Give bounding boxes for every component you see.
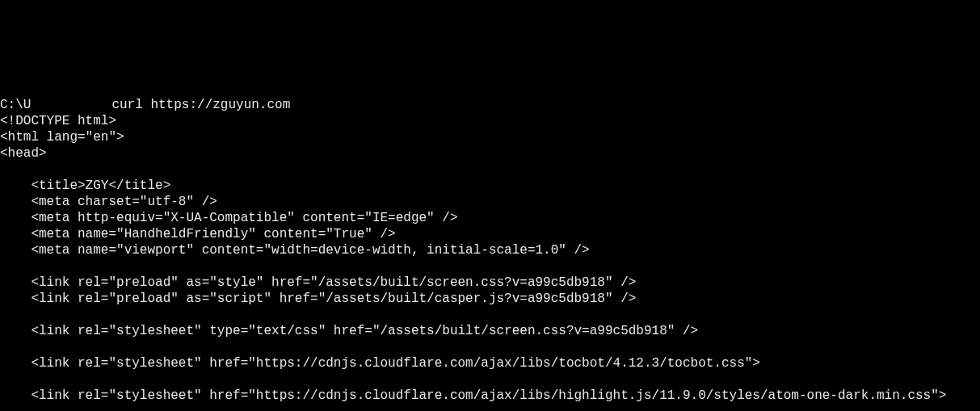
output-line: <html lang="en"> (0, 130, 124, 145)
redacted-path (31, 99, 111, 112)
output-line: <meta http-equiv="X-UA-Compatible" conte… (0, 211, 458, 225)
output-line: <link rel="stylesheet" type="text/css" h… (0, 324, 698, 338)
prompt-path-prefix: C:\U (0, 98, 31, 112)
output-line: <title>ZGY</title> (0, 178, 170, 193)
output-line: <link rel="preload" as="script" href="/a… (0, 291, 636, 306)
output-line: <link rel="preload" as="style" href="/as… (0, 275, 636, 290)
output-line: <meta name="HandheldFriendly" content="T… (0, 227, 396, 241)
output-line: <!DOCTYPE html> (0, 114, 116, 128)
terminal-output[interactable]: C:\Ucurl https://zguyun.com <!DOCTYPE ht… (0, 81, 980, 411)
prompt-command: curl https://zguyun.com (111, 98, 290, 112)
output-line: <link rel="stylesheet" href="https://cdn… (0, 356, 760, 371)
output-line: <link rel="stylesheet" href="https://cdn… (0, 388, 946, 403)
output-line: <meta charset="utf-8" /> (0, 195, 217, 209)
output-line: <meta name="viewport" content="width=dev… (0, 243, 590, 258)
output-line: <head> (0, 146, 47, 161)
prompt-line: C:\Ucurl https://zguyun.com (0, 98, 290, 112)
